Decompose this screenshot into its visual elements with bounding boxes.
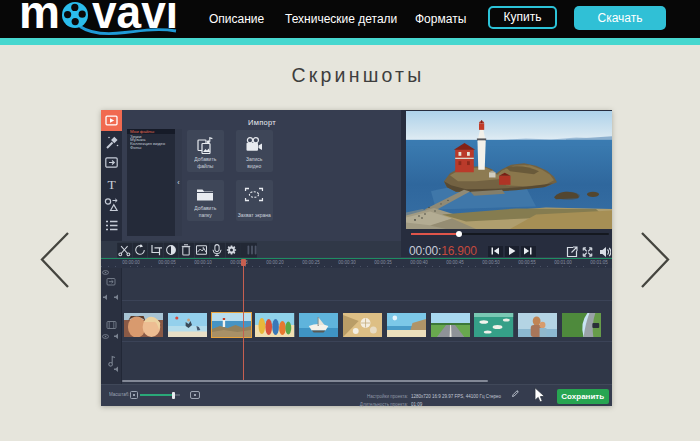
svg-text:vavi: vavi: [92, 0, 178, 38]
svg-text:m: m: [19, 0, 60, 38]
svg-text:T: T: [107, 177, 116, 192]
